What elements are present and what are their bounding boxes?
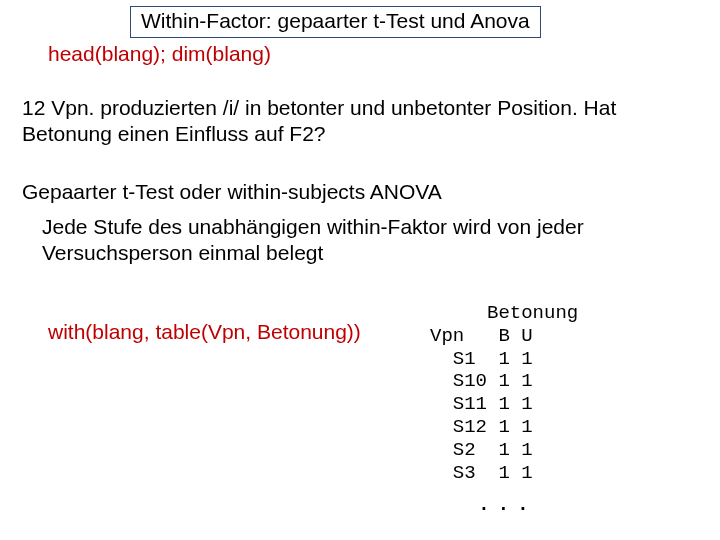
slide-title: Within-Factor: gepaarter t-Test und Anov… [141, 9, 530, 32]
code-line-head: head(blang); dim(blang) [48, 42, 271, 66]
ellipsis: . . . [480, 485, 529, 517]
slide-title-box: Within-Factor: gepaarter t-Test und Anov… [130, 6, 541, 38]
paragraph-test-heading: Gepaarter t-Test oder within-subjects AN… [22, 180, 442, 204]
paragraph-explanation: Jede Stufe des unabhängigen within-Fakto… [42, 214, 682, 267]
paragraph-description: 12 Vpn. produzierten /i/ in betonter und… [22, 95, 682, 148]
r-output-table: Betonung Vpn B U S1 1 1 S10 1 1 S11 1 1 … [430, 302, 578, 484]
code-line-with: with(blang, table(Vpn, Betonung)) [48, 320, 361, 344]
